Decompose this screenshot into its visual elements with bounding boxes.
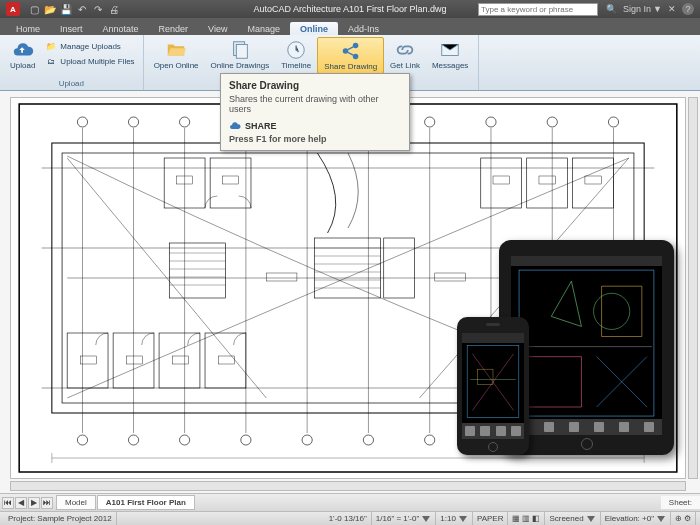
- window-title: AutoCAD Architecture A101 First Floor Pl…: [253, 4, 446, 14]
- statusbar: Project: Sample Project 2012 1'-0 13/16"…: [0, 511, 700, 525]
- tooltip-desc: Shares the current drawing with other us…: [229, 94, 401, 114]
- svg-point-37: [302, 435, 312, 445]
- tab-online[interactable]: Online: [290, 22, 338, 35]
- tablet-screen: [511, 256, 662, 435]
- status-screened[interactable]: Screened: [545, 512, 600, 525]
- svg-point-36: [241, 435, 251, 445]
- svg-rect-56: [384, 238, 415, 298]
- upload-multiple-label: Upload Multiple Files: [60, 57, 134, 66]
- timeline-button[interactable]: Timeline: [275, 37, 317, 72]
- save-icon[interactable]: 💾: [60, 3, 72, 15]
- tab-view[interactable]: View: [198, 22, 237, 35]
- new-icon[interactable]: ▢: [28, 3, 40, 15]
- group-title-upload: Upload: [0, 79, 143, 90]
- messages-button[interactable]: Messages: [426, 37, 474, 72]
- phone-mockup: [457, 317, 529, 455]
- search-input[interactable]: [478, 3, 598, 16]
- svg-rect-54: [573, 158, 614, 208]
- tab-manage[interactable]: Manage: [237, 22, 290, 35]
- manage-uploads-label: Manage Uploads: [60, 42, 120, 51]
- status-zoom[interactable]: 1:10: [436, 512, 473, 525]
- tab-render[interactable]: Render: [149, 22, 199, 35]
- tab-nav-prev-icon[interactable]: ◀: [15, 497, 27, 509]
- tablet-toolbar: [511, 419, 662, 435]
- svg-rect-52: [481, 158, 522, 208]
- ribbon-group-upload: Upload 📁 Manage Uploads 🗂 Upload Multipl…: [0, 35, 144, 90]
- share-drawing-button[interactable]: Share Drawing: [317, 37, 384, 74]
- tooltip-share-drawing: Share Drawing Shares the current drawing…: [220, 73, 410, 151]
- svg-point-33: [77, 435, 87, 445]
- open-online-button[interactable]: Open Online: [148, 37, 205, 72]
- status-paper-toggle[interactable]: PAPER: [473, 512, 509, 525]
- svg-rect-53: [527, 158, 568, 208]
- tab-nav-first-icon[interactable]: ⏮: [2, 497, 14, 509]
- tab-addins[interactable]: Add-Ins: [338, 22, 389, 35]
- svg-point-31: [547, 117, 557, 127]
- ribbon-tab-strip: Home Insert Annotate Render View Manage …: [0, 18, 700, 35]
- layout-tab-a101[interactable]: A101 First Floor Plan: [97, 495, 195, 510]
- open-icon[interactable]: 📂: [44, 3, 56, 15]
- phone-speaker: [486, 323, 500, 326]
- tab-nav-last-icon[interactable]: ⏭: [41, 497, 53, 509]
- status-toggle-icons[interactable]: ▦▥◧: [508, 512, 545, 525]
- svg-rect-46: [205, 333, 246, 388]
- phone-drawing: [462, 333, 524, 436]
- folder-icon: 📁: [45, 40, 57, 52]
- tablet-tool-icon: [544, 422, 554, 432]
- tab-home[interactable]: Home: [6, 22, 50, 35]
- print-icon[interactable]: 🖨: [108, 3, 120, 15]
- phone-tool-icon: [496, 426, 506, 436]
- tablet-tool-icon: [644, 422, 654, 432]
- phone-tool-icon: [465, 426, 475, 436]
- tab-nav-next-icon[interactable]: ▶: [28, 497, 40, 509]
- search-icon[interactable]: 🔍: [606, 4, 617, 14]
- redo-icon[interactable]: ↷: [92, 3, 104, 15]
- tab-annotate[interactable]: Annotate: [93, 22, 149, 35]
- svg-rect-51: [210, 158, 251, 208]
- tab-insert[interactable]: Insert: [50, 22, 93, 35]
- svg-rect-77: [222, 176, 238, 184]
- svg-rect-70: [126, 356, 142, 364]
- tablet-drawing: [511, 256, 662, 435]
- layout-tab-model[interactable]: Model: [56, 495, 96, 510]
- exchange-icon[interactable]: ✕: [668, 4, 676, 14]
- upload-label: Upload: [10, 62, 35, 70]
- messages-label: Messages: [432, 62, 468, 70]
- vertical-scrollbar[interactable]: [688, 97, 698, 479]
- cloud-upload-icon: [12, 39, 34, 61]
- tooltip-title: Share Drawing: [229, 80, 401, 91]
- sheet-field-label: Sheet:: [661, 496, 700, 509]
- sign-in-link[interactable]: Sign In▼: [623, 4, 662, 14]
- app-icon[interactable]: A: [6, 2, 20, 16]
- tooltip-command: SHARE: [245, 121, 277, 131]
- manage-uploads-button[interactable]: 📁 Manage Uploads: [43, 39, 136, 53]
- share-drawing-label: Share Drawing: [324, 63, 377, 71]
- online-drawings-button[interactable]: Online Drawings: [205, 37, 276, 72]
- svg-rect-1: [236, 45, 247, 59]
- status-right-icons[interactable]: ⊕⚙: [671, 512, 696, 525]
- upload-button[interactable]: Upload: [4, 37, 41, 72]
- titlebar: A ▢ 📂 💾 ↶ ↷ 🖨 AutoCAD Architecture A101 …: [0, 0, 700, 18]
- status-elevation[interactable]: Elevation: +0": [601, 512, 671, 525]
- undo-icon[interactable]: ↶: [76, 3, 88, 15]
- horizontal-scrollbar[interactable]: [10, 481, 686, 491]
- svg-rect-81: [266, 273, 297, 281]
- svg-point-25: [180, 117, 190, 127]
- link-icon: [394, 39, 416, 61]
- svg-point-4: [352, 43, 358, 49]
- timeline-label: Timeline: [281, 62, 311, 70]
- help-icon[interactable]: ?: [682, 3, 694, 15]
- get-link-label: Get Link: [390, 62, 420, 70]
- phone-home-button: [488, 442, 498, 452]
- svg-rect-69: [80, 356, 96, 364]
- svg-point-3: [342, 48, 348, 54]
- svg-rect-78: [493, 176, 509, 184]
- tooltip-help: Press F1 for more help: [229, 134, 401, 144]
- svg-rect-55: [314, 238, 380, 298]
- get-link-button[interactable]: Get Link: [384, 37, 426, 72]
- svg-point-5: [352, 54, 358, 60]
- tablet-tool-icon: [619, 422, 629, 432]
- upload-multiple-button[interactable]: 🗂 Upload Multiple Files: [43, 54, 136, 68]
- mobile-devices-preview: [457, 240, 674, 455]
- status-scale[interactable]: 1/16" = 1'-0": [372, 512, 436, 525]
